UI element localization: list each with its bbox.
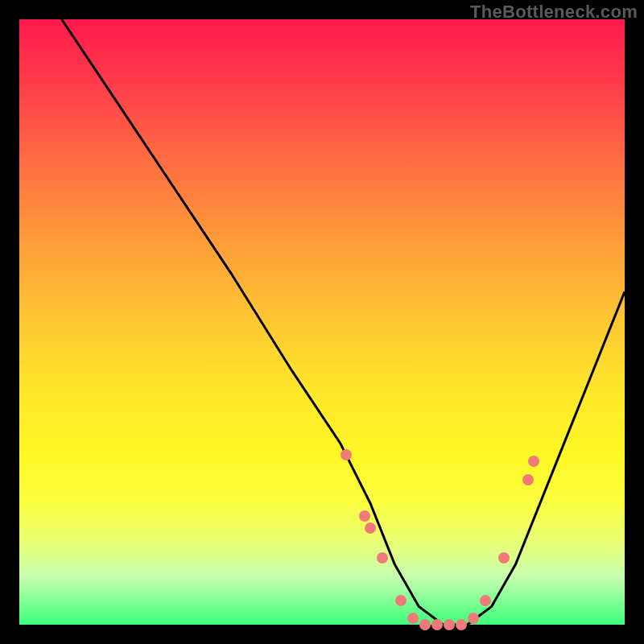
data-point: [365, 522, 376, 534]
data-point: [431, 619, 443, 630]
data-point: [522, 474, 534, 485]
data-point: [419, 619, 431, 630]
data-point: [456, 619, 467, 630]
data-point: [395, 595, 407, 606]
data-point: [498, 552, 510, 564]
data-point: [359, 510, 370, 522]
data-point: [480, 595, 491, 606]
bottleneck-curve: [19, 19, 625, 625]
data-point: [444, 619, 455, 630]
